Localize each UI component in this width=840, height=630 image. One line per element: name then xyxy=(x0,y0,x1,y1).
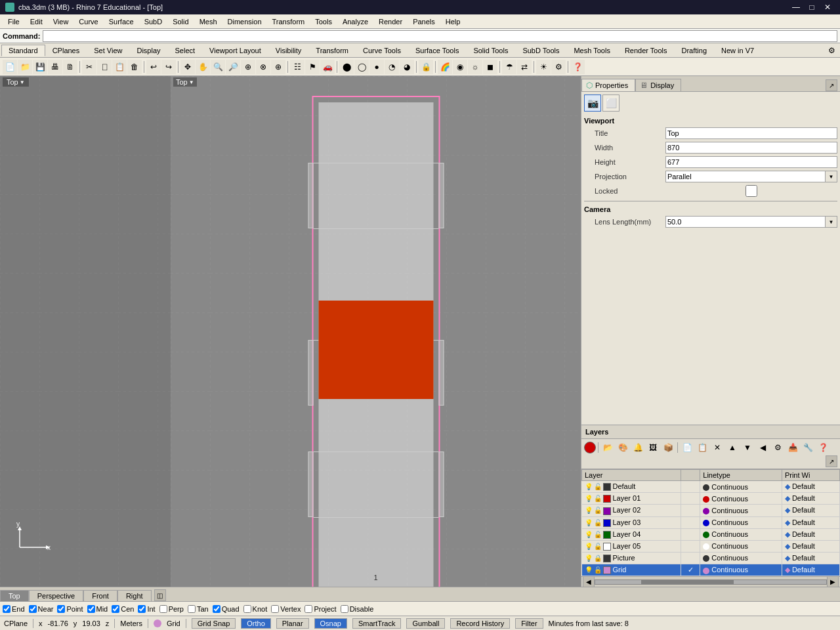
tb-cut[interactable]: ✂ xyxy=(82,60,96,74)
layer-lock-icon[interactable]: 🔓 xyxy=(594,531,602,538)
menu-help[interactable]: Help xyxy=(440,16,466,27)
toolbar-tab-rendertools[interactable]: Render Tools xyxy=(618,45,675,56)
tb-pan[interactable]: ✋ xyxy=(196,60,210,74)
tb-open[interactable]: 📁 xyxy=(18,60,32,74)
layer-visibility-icon[interactable]: 💡 xyxy=(585,507,593,514)
tb-shaded[interactable]: ⬤ xyxy=(339,60,354,74)
snap-project-checkbox[interactable] xyxy=(304,605,312,613)
layer-btn-image[interactable]: 🖼 xyxy=(646,440,660,455)
layer-row[interactable]: 💡🔓Grid✓Continuous◆Default xyxy=(582,564,840,576)
layer-lock-icon[interactable]: 🔓 xyxy=(594,519,602,526)
layer-row[interactable]: 💡🔓Layer 04Continuous◆Default xyxy=(582,528,840,540)
toolbar-tab-drafting[interactable]: Drafting xyxy=(675,45,715,56)
viewport-left-label[interactable]: Top ▼ xyxy=(3,77,29,87)
projection-dropdown-btn[interactable]: ▼ xyxy=(826,171,837,182)
toolbar-tab-transform[interactable]: Transform xyxy=(308,45,356,56)
tb-render1[interactable]: ● xyxy=(369,60,384,74)
layer-color-swatch[interactable] xyxy=(603,543,611,551)
tb-render3[interactable]: ◕ xyxy=(400,60,414,74)
layer-color-swatch[interactable] xyxy=(603,555,611,562)
vp-tab-top[interactable]: Top xyxy=(0,590,29,601)
tb-zoomout[interactable]: 🔎 xyxy=(226,60,240,74)
prop-input-projection[interactable] xyxy=(665,171,826,182)
toolbar-tab-display[interactable]: Display xyxy=(129,45,167,56)
tb-zoomin[interactable]: 🔍 xyxy=(211,60,225,74)
status-filter-btn[interactable]: Filter xyxy=(515,618,543,629)
status-smarttrack-btn[interactable]: SmartTrack xyxy=(352,618,401,629)
layer-row[interactable]: 💡🔒PictureContinuous◆Default xyxy=(582,552,840,564)
toolbar-tab-standard[interactable]: Standard xyxy=(1,45,45,56)
toolbar-tab-curvetools[interactable]: Curve Tools xyxy=(356,45,408,56)
tb-new[interactable]: 📄 xyxy=(3,60,17,74)
tb-paste[interactable]: 📋 xyxy=(112,60,127,74)
toolbar-tab-cplanes[interactable]: CPlanes xyxy=(45,45,87,56)
layer-btn-up[interactable]: ▲ xyxy=(725,440,740,455)
layer-visibility-icon[interactable]: 💡 xyxy=(585,519,593,526)
toolbar-options-icon[interactable]: ⚙ xyxy=(824,43,839,58)
command-input[interactable] xyxy=(43,30,837,42)
menu-transform[interactable]: Transform xyxy=(267,16,310,27)
tb-zoomall[interactable]: ⊕ xyxy=(241,60,255,74)
menu-mesh[interactable]: Mesh xyxy=(194,16,222,27)
layer-btn-3d[interactable]: 📦 xyxy=(661,440,675,455)
layer-visibility-icon[interactable]: 💡 xyxy=(585,555,593,562)
layer-visibility-icon[interactable]: 💡 xyxy=(585,531,593,538)
tb-help[interactable]: ❓ xyxy=(570,60,585,74)
camera-icon-btn[interactable]: 📷 xyxy=(584,94,601,112)
layer-row[interactable]: 💡🔓Layer 01Continuous◆Default xyxy=(582,493,840,505)
prop-input-title[interactable] xyxy=(665,127,837,139)
minimize-button[interactable]: — xyxy=(789,0,803,14)
layer-row[interactable]: 💡🔓Layer 02Continuous◆Default xyxy=(582,505,840,516)
snap-cen-checkbox[interactable] xyxy=(112,605,119,613)
layer-btn-wrench[interactable]: 🔧 xyxy=(801,440,815,455)
tb-export[interactable]: 🗎 xyxy=(63,60,77,74)
viewport-layout-button[interactable]: ◫ xyxy=(154,589,166,601)
layer-visibility-icon[interactable]: 💡 xyxy=(585,483,593,490)
menu-curve[interactable]: Curve xyxy=(74,16,103,27)
layer-row[interactable]: 💡🔓Layer 05Continuous◆Default xyxy=(582,540,840,552)
layer-btn-filter[interactable]: ⚙ xyxy=(770,440,785,455)
tb-select[interactable]: ✥ xyxy=(180,60,195,74)
layers-scroll[interactable]: Layer Linetype Print Wi 💡🔓DefaultContinu… xyxy=(581,469,840,576)
tb-zoomext2[interactable]: ⊕ xyxy=(271,60,285,74)
tb-render2[interactable]: ◔ xyxy=(385,60,399,74)
layer-color-swatch[interactable] xyxy=(603,483,611,491)
menu-render[interactable]: Render xyxy=(373,16,408,27)
snap-disable-checkbox[interactable] xyxy=(341,605,348,613)
menu-panels[interactable]: Panels xyxy=(408,16,440,27)
toolbar-tab-subdivtools[interactable]: SubD Tools xyxy=(515,45,566,56)
snap-tan-checkbox[interactable] xyxy=(188,605,196,613)
prop-input-lens[interactable] xyxy=(665,216,826,228)
layer-color-swatch[interactable] xyxy=(603,519,611,527)
snap-end-checkbox[interactable] xyxy=(3,605,10,613)
toolbar-tab-select[interactable]: Select xyxy=(168,45,203,56)
tb-grid[interactable]: ☷ xyxy=(290,60,304,74)
tb-settings[interactable]: ⚙ xyxy=(551,60,566,74)
close-button[interactable]: ✕ xyxy=(820,0,835,14)
layer-btn-copy[interactable]: 📋 xyxy=(695,440,709,455)
tb-arrow1[interactable]: ⇄ xyxy=(517,60,532,74)
tb-car[interactable]: 🚗 xyxy=(320,60,335,74)
toolbar-tab-newv7[interactable]: New in V7 xyxy=(714,45,761,56)
status-recordhistory-btn[interactable]: Record History xyxy=(450,618,510,629)
layer-visibility-icon[interactable]: 💡 xyxy=(585,495,593,502)
tb-cam[interactable]: ◼ xyxy=(483,60,497,74)
tb-material[interactable]: 🌈 xyxy=(438,60,452,74)
tb-wire[interactable]: ◯ xyxy=(354,60,369,74)
menu-tools[interactable]: Tools xyxy=(310,16,337,27)
layer-lock-icon[interactable]: 🔓 xyxy=(594,495,602,502)
status-planar-btn[interactable]: Planar xyxy=(276,618,309,629)
snap-vertex-checkbox[interactable] xyxy=(271,605,279,613)
layer-btn-delete[interactable]: ✕ xyxy=(710,440,724,455)
snap-quad-checkbox[interactable] xyxy=(213,605,220,613)
menu-solid[interactable]: Solid xyxy=(167,16,194,27)
layer-lock-icon[interactable]: 🔓 xyxy=(594,566,602,574)
tb-print[interactable]: 🖶 xyxy=(48,60,62,74)
menu-dimension[interactable]: Dimension xyxy=(222,16,267,27)
tb-redo[interactable]: ↪ xyxy=(161,60,176,74)
tb-lock[interactable]: 🔒 xyxy=(419,60,433,74)
rect-icon-btn[interactable]: ⬜ xyxy=(602,94,620,112)
tb-delete[interactable]: 🗑 xyxy=(127,60,142,74)
layer-lock-icon[interactable]: 🔒 xyxy=(594,555,602,562)
snap-near-checkbox[interactable] xyxy=(29,605,37,613)
